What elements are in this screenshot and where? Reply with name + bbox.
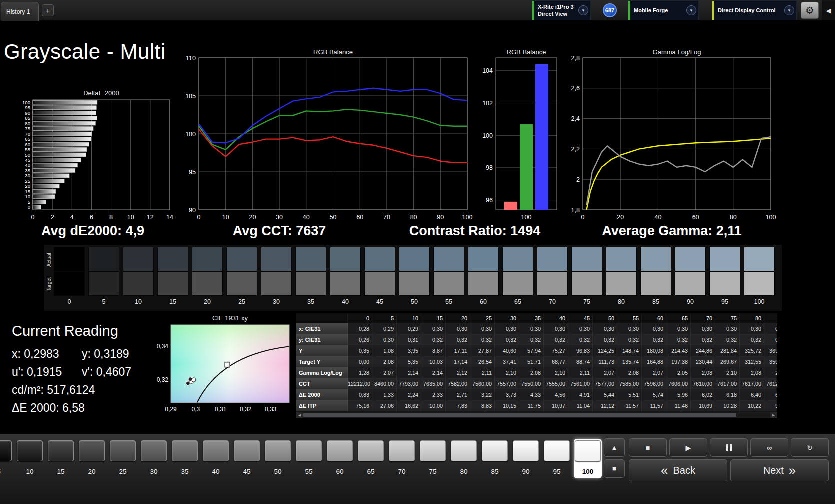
step-button-25[interactable]: 25: [109, 439, 137, 478]
svg-text:0,29: 0,29: [165, 406, 177, 413]
chevron-down-icon[interactable]: ▼: [686, 5, 696, 15]
tab-history-1[interactable]: History 1: [1, 2, 39, 21]
table-cell: 0,32: [593, 334, 617, 345]
step-label: 50: [265, 468, 291, 475]
table-col-header: 70: [691, 313, 715, 323]
deltae-bar-80: [33, 121, 95, 125]
table-cell: 2,08: [617, 367, 642, 378]
table-cell: 7617,00: [715, 378, 740, 389]
svg-text:104: 104: [482, 67, 493, 74]
workflow-dropdown[interactable]: Mobile Forge ▼: [628, 0, 699, 20]
chevron-down-icon[interactable]: ▼: [784, 5, 794, 15]
table-cell: 0,32: [617, 334, 642, 345]
svg-text:60: 60: [25, 142, 30, 147]
step-label: 90: [513, 468, 539, 475]
swatch-level-label: 90: [675, 298, 706, 305]
step-button-65[interactable]: 65: [357, 439, 385, 478]
scroll-left-icon[interactable]: ◀: [296, 412, 303, 418]
next-button[interactable]: Next »: [730, 459, 829, 481]
svg-text:80: 80: [25, 121, 30, 126]
svg-text:90: 90: [25, 110, 30, 116]
step-button-35[interactable]: 35: [171, 439, 199, 478]
swatch-level-label: 50: [399, 298, 430, 305]
table-cell: 0,28: [348, 323, 372, 334]
step-button-90[interactable]: 90: [512, 439, 540, 478]
step-button-30[interactable]: 30: [140, 439, 168, 478]
step-button-70[interactable]: 70: [388, 439, 416, 478]
swatch-level-label: 5: [88, 298, 119, 305]
table-cell: 7617,00: [740, 378, 764, 389]
display-control-dropdown[interactable]: Direct Display Control ▼: [712, 0, 797, 20]
step-swatch: [513, 440, 539, 461]
add-tab-button[interactable]: +: [42, 4, 54, 16]
step-label: 20: [79, 468, 105, 475]
back-button[interactable]: « Back: [629, 459, 727, 481]
table-cell: 3,22: [470, 389, 495, 400]
table-cell: 11,04: [568, 400, 593, 411]
step-button-85[interactable]: 85: [481, 439, 509, 478]
table-col-header: 60: [642, 313, 666, 323]
meter-dropdown[interactable]: X-Rite i1Pro 3 Direct View ▼: [532, 0, 591, 20]
step-button-80[interactable]: 80: [450, 439, 478, 478]
table-cell: 0,30: [470, 323, 495, 334]
play-button[interactable]: ▶: [669, 438, 707, 457]
measured-point: [186, 381, 190, 385]
play-icon: ▶: [686, 444, 691, 452]
collapse-panel-button[interactable]: ◀: [822, 0, 835, 20]
svg-text:60: 60: [692, 214, 699, 221]
step-button-50[interactable]: 50: [264, 439, 292, 478]
scroll-right-icon[interactable]: ▶: [770, 412, 777, 418]
table-cell: 7561,00: [568, 378, 593, 389]
table-horizontal-scrollbar[interactable]: ◀ ▶: [296, 412, 777, 418]
continuous-button[interactable]: ∞: [750, 438, 788, 457]
bottom-toolbar: 5101520253035404550556065707580859095100…: [0, 434, 835, 504]
table-cell: 17,14: [446, 356, 470, 367]
table-cell: 6,18: [715, 389, 740, 400]
step-button-95[interactable]: 95: [543, 439, 571, 478]
step-swatch: [544, 440, 570, 461]
table-row-label: Gamma Log/Log: [296, 367, 348, 378]
step-label: 40: [203, 468, 229, 475]
step-button-15[interactable]: 15: [47, 439, 75, 478]
step-button-55[interactable]: 55: [295, 439, 323, 478]
step-button-list: 5101520253035404550556065707580859095100: [0, 439, 602, 478]
svg-text:90: 90: [189, 207, 196, 214]
step-button-40[interactable]: 40: [202, 439, 230, 478]
table-cell: 0,32: [470, 334, 495, 345]
repeat-button[interactable]: ↻: [791, 438, 829, 457]
step-button-75[interactable]: 75: [419, 439, 447, 478]
step-button-20[interactable]: 20: [78, 439, 106, 478]
svg-text:0: 0: [28, 204, 30, 210]
reading-x: x: 0,2983: [12, 347, 82, 361]
gray-swatch-40: 40: [330, 247, 361, 305]
pattern-window-button[interactable]: ■: [604, 459, 625, 478]
actual-patch: [606, 247, 637, 271]
table-cell: 11,57: [617, 400, 642, 411]
deltae-bar-20: [33, 184, 59, 188]
gray-swatch-15: 15: [157, 247, 188, 305]
step-button-10[interactable]: 10: [16, 439, 44, 478]
chevron-down-icon[interactable]: ▼: [578, 5, 588, 15]
deltae-bar-85: [33, 116, 97, 120]
svg-text:85: 85: [25, 115, 30, 121]
target-patch: [675, 271, 706, 296]
pause-button[interactable]: [710, 438, 748, 457]
table-cell: 214,43: [666, 345, 691, 356]
step-label: 25: [110, 468, 136, 475]
deltae-bar-60: [33, 142, 89, 146]
step-button-100[interactable]: 100: [574, 439, 602, 478]
svg-text:0: 0: [197, 214, 201, 221]
svg-text:100: 100: [766, 214, 776, 221]
repeat-icon: ↻: [807, 444, 813, 452]
target-patch: [744, 271, 775, 296]
step-button-5[interactable]: 5: [0, 439, 13, 478]
settings-button[interactable]: ⚙: [801, 2, 819, 19]
table-cell: 57,94: [519, 345, 544, 356]
scrollbar-thumb[interactable]: [303, 413, 736, 417]
stop-button[interactable]: ■: [629, 438, 667, 457]
scroll-up-button[interactable]: ▲: [604, 438, 625, 457]
step-button-60[interactable]: 60: [326, 439, 354, 478]
table-cell: 4,33: [519, 389, 544, 400]
series-measured: [587, 137, 771, 205]
step-button-45[interactable]: 45: [233, 439, 261, 478]
